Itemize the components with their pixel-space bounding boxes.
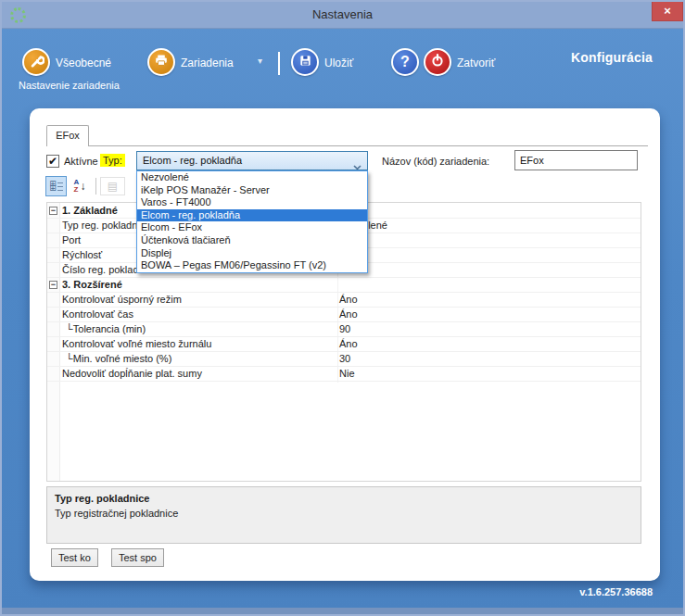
type-label: Typ: (100, 154, 125, 167)
categorized-icon: ⊞⊞ (49, 182, 63, 191)
table-row[interactable]: Kontrolovať voľné miesto žurnálu Áno (47, 337, 641, 352)
floppy-disk-icon (298, 54, 312, 71)
breadcrumb: Nastavenie zariadenia (19, 80, 120, 91)
dropdown-item[interactable]: Displej (137, 247, 367, 260)
table-row[interactable]: Kontrolovať čas Áno (47, 308, 641, 322)
devices-button[interactable] (147, 48, 175, 76)
property-value[interactable]: Áno (339, 308, 358, 320)
wrench-icon (28, 52, 44, 72)
combobox-value: Elcom - reg. pokladňa (143, 155, 242, 166)
table-row[interactable]: Kontrolovať úsporný režim Áno (47, 293, 641, 308)
dropdown-item[interactable]: Elcom - EFox (137, 221, 367, 234)
property-name: Rýchlosť (62, 249, 102, 260)
description-title: Typ reg. pokladnice (55, 493, 150, 504)
dropdown-item[interactable]: Varos - FT4000 (137, 196, 367, 209)
sort-az-icon: AZ ↓ (74, 179, 86, 194)
window-bottom-frame (2, 608, 683, 614)
categorized-view-button[interactable]: ⊞⊞ (45, 176, 67, 196)
active-checkbox-label[interactable]: Aktívne (64, 156, 98, 167)
device-name-label: Názov (kód) zariadenia: (382, 156, 489, 167)
devices-dropdown-caret-icon[interactable]: ▾ (258, 56, 262, 66)
test-connection-button[interactable]: Test ko (51, 548, 98, 567)
table-row[interactable]: └Tolerancia (min) 90 (47, 322, 641, 337)
property-pages-button: ▤ (100, 177, 125, 195)
settings-window: Nastavenia × Všeobecné Zariadenia ▾ Ulož… (0, 0, 685, 616)
property-value[interactable]: Áno (339, 338, 358, 349)
device-name-input[interactable] (514, 150, 638, 170)
property-pages-icon: ▤ (108, 180, 118, 193)
content-panel: EFox ✔ Aktívne Typ: Elcom - reg. pokladň… (30, 108, 660, 581)
power-icon (430, 53, 445, 71)
question-mark-icon: ? (400, 54, 410, 70)
save-button-label[interactable]: Uložiť (324, 57, 353, 69)
toolbar-separator (278, 52, 280, 75)
test-link-button[interactable]: Test spo (111, 548, 164, 567)
general-button-label[interactable]: Všeobecné (56, 57, 111, 69)
dropdown-item[interactable]: Nezvolené (137, 171, 367, 184)
close-config-button[interactable] (424, 48, 451, 76)
save-button[interactable] (291, 48, 319, 76)
property-name: Port (62, 234, 81, 245)
tab-efox[interactable]: EFox (46, 125, 89, 146)
devices-button-label[interactable]: Zariadenia (181, 57, 234, 69)
help-button[interactable]: ? (391, 48, 419, 76)
property-name: Kontrolovať voľné miesto žurnálu (62, 338, 211, 349)
collapse-icon[interactable]: − (49, 207, 57, 215)
device-type-combobox[interactable]: Elcom - reg. pokladňa (136, 151, 368, 170)
tab-strip-line (46, 145, 648, 146)
printer-icon (154, 53, 169, 71)
active-checkbox[interactable]: ✔ (46, 155, 59, 168)
dropdown-item[interactable]: iKelp POS Manažér - Server (137, 184, 367, 197)
property-value[interactable]: Nie (339, 368, 355, 379)
property-value[interactable]: Áno (339, 294, 358, 305)
alphabetical-sort-button[interactable]: AZ ↓ (68, 176, 92, 196)
table-row[interactable]: Nedovoliť dopĺňanie plat. sumy Nie (47, 367, 641, 382)
property-description-panel: Typ reg. pokladnice Typ registračnej pok… (46, 486, 641, 544)
collapse-icon[interactable]: − (49, 281, 57, 289)
window-title: Nastavenia (2, 7, 683, 21)
category-extended[interactable]: − 3. Rozšírené (47, 278, 641, 293)
page-title: Konfigurácia (571, 50, 653, 65)
title-bar: Nastavenia (2, 2, 683, 29)
dropdown-item[interactable]: BOWA – Pegas FM06/Pegassino FT (v2) (137, 259, 367, 272)
table-row[interactable]: └Min. voľné miesto (%) 30 (47, 352, 641, 367)
dropdown-item[interactable]: Účtenková tlačiareň (137, 234, 367, 247)
property-value[interactable]: 30 (339, 353, 350, 364)
property-name: Nedovoliť dopĺňanie plat. sumy (62, 368, 202, 379)
window-close-button[interactable]: × (652, 2, 683, 21)
property-name: Kontrolovať úsporný režim (62, 294, 182, 305)
description-text: Typ registračnej pokladnice (55, 508, 178, 519)
property-name: └Tolerancia (min) (66, 323, 146, 334)
dropdown-item-selected[interactable]: Elcom - reg. pokladňa (137, 209, 367, 222)
property-name: Kontrolovať čas (62, 308, 133, 320)
pg-toolbar-separator (95, 178, 96, 195)
property-name: └Min. voľné miesto (%) (66, 353, 171, 364)
close-config-button-label[interactable]: Zatvoriť (457, 57, 495, 69)
property-value[interactable]: 90 (339, 323, 350, 334)
device-type-dropdown-list: Nezvolené iKelp POS Manažér - Server Var… (136, 170, 368, 273)
general-button[interactable] (22, 48, 50, 76)
version-label: v.1.6.257.36688 (579, 586, 653, 597)
